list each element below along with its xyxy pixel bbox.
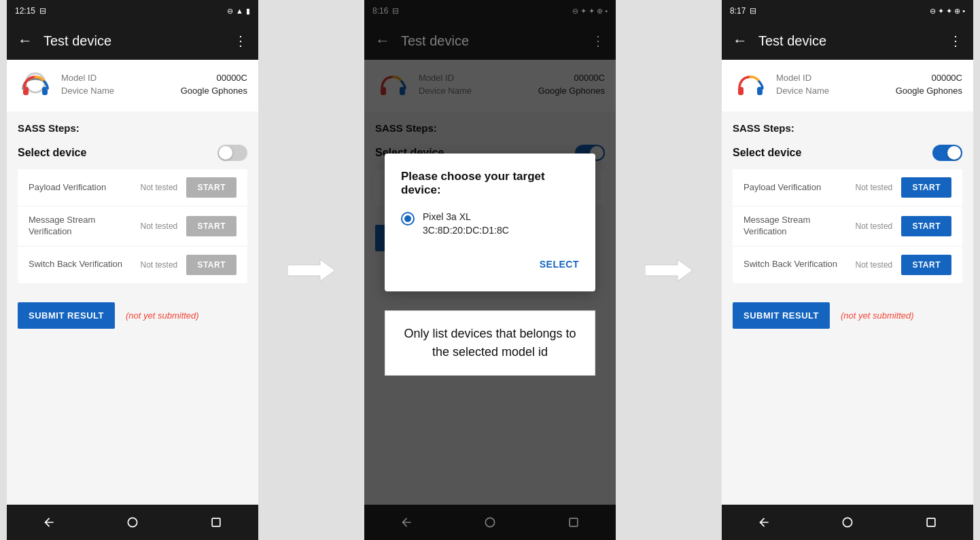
not-submitted-1: (not yet submitted) (126, 310, 199, 321)
status-icons-3: ⊖ ✦ ✦ ⊕ • (930, 7, 965, 16)
select-device-label-1: Select device (18, 147, 86, 159)
more-button-1[interactable]: ⋮ (234, 33, 247, 49)
select-device-row-1: Select device (18, 142, 247, 169)
svg-point-3 (128, 518, 137, 526)
sass-title-1: SASS Steps: (18, 122, 247, 134)
dialog-actions: SELECT (401, 253, 579, 275)
select-device-toggle-1[interactable] (217, 145, 247, 161)
status-icons-1: ⊖ ▲ ▮ (227, 7, 250, 16)
model-id-row-1: Model ID 00000C (61, 73, 247, 83)
phone-1: 12:15 ⊟ ⊖ ▲ ▮ ← Test device ⋮ (7, 0, 258, 540)
device-icon-1 (18, 68, 53, 103)
start-btn-stream-1[interactable]: START (186, 216, 237, 236)
status-icon-1: ⊟ (39, 6, 46, 16)
phone-3: 8:17 ⊟ ⊖ ✦ ✦ ⊕ • ← Test device ⋮ (722, 0, 973, 540)
svg-rect-12 (757, 87, 763, 95)
device-name-row-1: Device Name Google Gphones (61, 86, 247, 96)
status-bar-3: 8:17 ⊟ ⊖ ✦ ✦ ⊕ • (722, 0, 973, 22)
test-status-switch-1: Not tested (137, 260, 181, 270)
more-button-3[interactable]: ⋮ (949, 33, 962, 49)
svg-point-13 (843, 518, 852, 526)
app-title-1: Test device (43, 33, 223, 49)
status-time-3: 8:17 ⊟ (730, 6, 756, 16)
device-card-1: Model ID 00000C Device Name Google Gphon… (7, 60, 258, 111)
start-btn-stream-3[interactable]: START (901, 216, 951, 236)
test-rows-1: Payload Verification Not tested START Me… (18, 169, 247, 283)
submit-row-1: SUBMIT RESULT (not yet submitted) (7, 289, 258, 342)
svg-rect-14 (927, 518, 935, 526)
svg-marker-5 (287, 259, 335, 281)
test-status-payload-1: Not tested (137, 183, 181, 192)
device-info-1: Model ID 00000C Device Name Google Gphon… (61, 73, 247, 98)
test-row-stream-1: Message StreamVerification Not tested ST… (18, 206, 247, 247)
not-submitted-3: (not yet submitted) (841, 310, 914, 321)
start-btn-payload-3[interactable]: START (901, 177, 951, 198)
back-button-3[interactable]: ← (733, 32, 748, 50)
status-bar-1: 12:15 ⊟ ⊖ ▲ ▮ (7, 0, 258, 22)
submit-button-1[interactable]: SUBMIT RESULT (18, 302, 115, 329)
dialog-title: Please choose your target device: (401, 170, 579, 197)
content-3: Model ID 00000C Device Name Google Gphon… (722, 60, 973, 505)
test-name-stream-1: Message StreamVerification (29, 215, 131, 238)
app-title-3: Test device (758, 33, 938, 49)
test-name-switch-1: Switch Back Verification (29, 259, 131, 270)
submit-row-3: SUBMIT RESULT (not yet submitted) (722, 289, 973, 342)
submit-button-3[interactable]: SUBMIT RESULT (733, 302, 830, 329)
device-chooser-dialog: Please choose your target device: Pixel … (385, 154, 595, 291)
app-bar-3: ← Test device ⋮ (722, 22, 973, 60)
dialog-overlay: Please choose your target device: Pixel … (364, 0, 616, 540)
test-row-payload-3: Payload Verification Not tested START (733, 169, 962, 206)
test-row-stream-3: Message StreamVerification Not tested ST… (733, 206, 962, 247)
recents-nav-3[interactable] (920, 511, 942, 533)
test-row-payload-1: Payload Verification Not tested START (18, 169, 247, 206)
device-card-3: Model ID 00000C Device Name Google Gphon… (722, 60, 973, 111)
back-nav-3[interactable] (753, 511, 775, 533)
arrow-1 (284, 257, 338, 284)
device-icon-3 (733, 68, 768, 103)
start-btn-switch-3[interactable]: START (901, 255, 951, 275)
test-row-switch-1: Switch Back Verification Not tested STAR… (18, 247, 247, 283)
svg-rect-11 (738, 87, 743, 95)
test-status-stream-1: Not tested (137, 221, 181, 231)
home-nav-1[interactable] (122, 511, 143, 533)
start-btn-payload-1[interactable]: START (186, 177, 237, 198)
sass-section-1: SASS Steps: Select device Payload Verifi… (7, 111, 258, 289)
screens-container: 12:15 ⊟ ⊖ ▲ ▮ ← Test device ⋮ (0, 0, 980, 540)
callout-box: Only list devices that belongs to the se… (385, 310, 595, 376)
recents-nav-1[interactable] (205, 511, 227, 533)
back-nav-1[interactable] (38, 511, 60, 533)
svg-rect-4 (212, 518, 220, 526)
back-button-1[interactable]: ← (18, 32, 33, 50)
phone-2: 8:16 ⊟ ⊖ ✦ ✦ ⊕ • ← Test device ⋮ (364, 0, 616, 540)
app-bar-1: ← Test device ⋮ (7, 22, 258, 60)
test-row-switch-3: Switch Back Verification Not tested STAR… (733, 247, 962, 283)
content-1: Model ID 00000C Device Name Google Gphon… (7, 60, 258, 505)
select-device-toggle-3[interactable] (932, 145, 962, 161)
start-btn-switch-1[interactable]: START (186, 255, 237, 275)
select-button[interactable]: SELECT (540, 253, 579, 275)
option-text: Pixel 3a XL 3C:8D:20:DC:D1:8C (423, 211, 509, 237)
radio-button[interactable] (401, 212, 415, 226)
device-info-3: Model ID 00000C Device Name Google Gphon… (776, 73, 962, 98)
svg-marker-10 (645, 259, 693, 281)
nav-bar-3 (722, 505, 973, 540)
dialog-option: Pixel 3a XL 3C:8D:20:DC:D1:8C (401, 211, 579, 237)
test-name-payload-1: Payload Verification (29, 182, 131, 194)
arrow-2 (642, 257, 696, 284)
status-time-1: 12:15 ⊟ (15, 6, 46, 16)
home-nav-3[interactable] (837, 511, 858, 533)
nav-bar-1 (7, 505, 258, 540)
